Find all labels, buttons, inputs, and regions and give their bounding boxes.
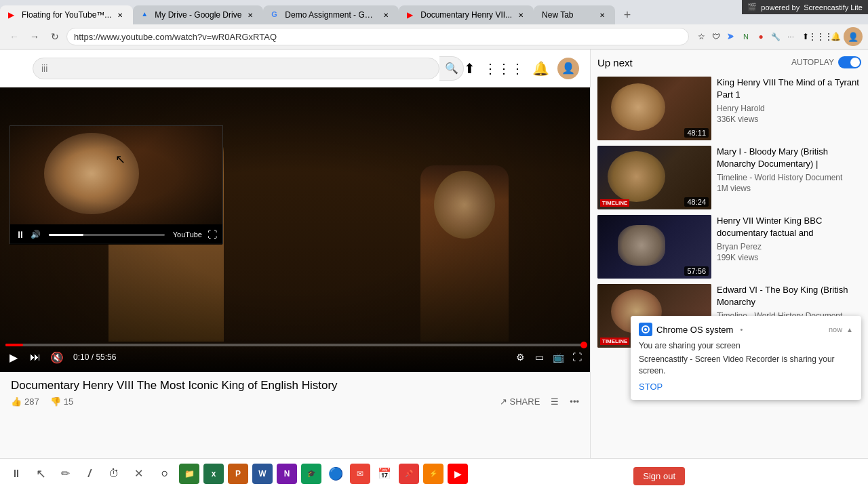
tab-documentary[interactable]: ▶ Documentary Henry VII... ✕ (399, 5, 534, 24)
yt-apps-icon[interactable]: ⋮⋮⋮ (484, 60, 524, 77)
play-button[interactable]: ▶ (5, 349, 22, 365)
settings-button[interactable]: ⚙ (513, 350, 528, 365)
nav-bar: ← → ↻ https://www.youtube.com/watch?v=wR… (0, 24, 868, 49)
taskbar-search-icon[interactable]: ○ (155, 464, 175, 484)
sc-brand-label: Screencastify Lite (804, 3, 863, 12)
profile-avatar[interactable]: 👤 (844, 27, 863, 46)
cast-button[interactable]: 📺 (551, 350, 566, 365)
tab-close-3[interactable]: ✕ (381, 10, 391, 20)
address-bar[interactable]: https://www.youtube.com/watch?v=wR0ARGxR… (66, 28, 689, 45)
tab-floating-youtube[interactable]: ▶ Floating for YouTube™... ✕ (0, 5, 133, 24)
toolbar-brush-button[interactable]: / (79, 463, 100, 485)
video-thumb-1: 48:11 (597, 77, 711, 140)
mini-progress-fill (49, 234, 83, 236)
taskbar-files-icon[interactable]: 📁 (179, 464, 199, 484)
notif-time: now (829, 325, 842, 333)
tab-new-tab[interactable]: New Tab ✕ (534, 5, 615, 24)
extension-icon-4[interactable]: 🔧 (769, 30, 783, 43)
notif-chevron-icon[interactable]: ▲ (846, 326, 853, 333)
dislike-button[interactable]: 👎 15 (50, 396, 73, 407)
taskbar-word-icon[interactable]: W (252, 464, 273, 484)
taskbar-youtube-icon[interactable]: ▶ (448, 464, 468, 484)
video-player[interactable]: ⏸ 🔊 YouTube ⛶ ↖ (0, 87, 590, 372)
reload-button[interactable]: ↻ (46, 28, 64, 45)
taskbar-classroom-icon[interactable]: 🎓 (301, 464, 321, 484)
taskbar-calendar-icon[interactable]: 📅 (374, 464, 395, 484)
autoplay-switch[interactable] (838, 56, 861, 68)
notif-stop-button[interactable]: STOP (639, 381, 663, 393)
video-card-title-1: King Henry VIII The Mind of a Tyrant Par… (717, 77, 861, 101)
mini-player[interactable]: ⏸ 🔊 YouTube ⛶ (9, 125, 223, 244)
search-button[interactable]: 🔍 (439, 56, 464, 81)
taskbar-mail-icon[interactable]: ✉ (350, 464, 370, 484)
mini-pause-button[interactable]: ⏸ (16, 229, 25, 240)
tab-demo-assignment[interactable]: G Demo Assignment - Goo... ✕ (263, 5, 399, 24)
taskbar-powerpoint-icon[interactable]: P (228, 464, 248, 484)
theater-button[interactable]: ▭ (532, 350, 547, 365)
share-label: SHARE (510, 396, 540, 407)
toolbar-timer-button[interactable]: ⏱ (103, 463, 125, 485)
taskbar-custom1-icon[interactable]: 📌 (399, 464, 419, 484)
extension-icon-1[interactable]: ⮞ (724, 30, 738, 43)
tab-close-1[interactable]: ✕ (115, 10, 125, 20)
sc-powered-label: powered by (761, 3, 800, 12)
notifications-icon[interactable]: 🔔 (829, 30, 842, 43)
sidebar: Up next AUTOPLAY 48:11 King Henry VIII T… (590, 49, 868, 488)
yt-bell-icon[interactable]: 🔔 (532, 60, 549, 77)
video-card-3[interactable]: 57:56 Henry VII Winter King BBC document… (597, 215, 861, 279)
bookmark-icon[interactable]: ☆ (694, 30, 708, 43)
video-frame: ⏸ 🔊 YouTube ⛶ ↖ (0, 87, 590, 372)
extension-icon-3[interactable]: ● (754, 30, 768, 43)
tab-google-drive[interactable]: ▲ My Drive - Google Drive ✕ (133, 5, 263, 24)
mute-button[interactable]: 🔇 (49, 349, 65, 365)
search-input[interactable] (41, 63, 431, 74)
video-card-views-3: 199K views (717, 253, 861, 262)
toolbar-pen-button[interactable]: ✏ (54, 463, 76, 485)
notification-popup: Chrome OS system • now ▲ You are sharing… (631, 316, 861, 400)
like-button[interactable]: 👍 287 (11, 396, 39, 407)
more-actions-button[interactable]: ••• (570, 396, 579, 407)
video-meta-3: Henry VII Winter King BBC documentary fa… (717, 215, 861, 279)
video-progress-bar[interactable] (5, 344, 585, 346)
apps-icon[interactable]: ⋮⋮⋮ (814, 30, 827, 43)
mini-progress-bar[interactable] (49, 234, 165, 236)
fullscreen-button[interactable]: ⛶ (570, 350, 585, 365)
extension-icon-2[interactable]: N (739, 30, 753, 43)
shield-icon[interactable]: 🛡 (709, 30, 723, 43)
action-separator: ↗ SHARE ☰ ••• (500, 396, 579, 407)
next-button[interactable]: ⏭ (27, 349, 43, 365)
controls-right: ⚙ ▭ 📺 ⛶ (513, 350, 585, 365)
video-area: 🔍 ⬆ ⋮⋮⋮ 🔔 👤 (0, 49, 590, 488)
share-button[interactable]: ↗ SHARE (500, 396, 540, 407)
toolbar-cursor-button[interactable]: ↖ (30, 463, 52, 485)
sign-out-button[interactable]: Sign out (633, 467, 685, 485)
forward-button[interactable]: → (26, 28, 43, 45)
add-to-queue-button[interactable]: ☰ (551, 396, 559, 407)
video-card-channel-3: Bryan Perez (717, 242, 861, 251)
video-thumb-3: 57:56 (597, 215, 711, 279)
mini-player-content (10, 126, 222, 224)
taskbar-custom2-icon[interactable]: ⚡ (423, 464, 443, 484)
video-duration-2: 48:24 (684, 197, 709, 207)
back-button[interactable]: ← (5, 28, 23, 45)
taskbar-chrome-icon[interactable]: 🔵 (326, 464, 346, 484)
mini-youtube-label: YouTube (173, 230, 202, 239)
queue-icon: ☰ (551, 396, 559, 407)
tab-close-5[interactable]: ✕ (597, 10, 607, 20)
tab-favicon-4: ▶ (407, 10, 416, 20)
video-card-2[interactable]: 48:24 TIMELINE Mary I - Bloody Mary (Bri… (597, 146, 861, 209)
mini-fullscreen-button[interactable]: ⛶ (208, 229, 217, 240)
taskbar-excel-icon[interactable]: x (203, 464, 224, 484)
mini-volume-icon[interactable]: 🔊 (31, 230, 41, 239)
taskbar-onenote-icon[interactable]: N (277, 464, 297, 484)
tab-close-2[interactable]: ✕ (245, 10, 255, 20)
yt-avatar[interactable]: 👤 (557, 58, 579, 79)
tab-close-4[interactable]: ✕ (516, 10, 526, 20)
autoplay-toggle[interactable]: AUTOPLAY (791, 56, 861, 68)
toolbar-close-button[interactable]: ✕ (127, 463, 149, 485)
yt-upload-icon[interactable]: ⬆ (464, 60, 475, 77)
extension-icon-5[interactable]: ··· (784, 30, 797, 43)
new-tab-button[interactable]: + (618, 5, 637, 24)
video-card-1[interactable]: 48:11 King Henry VIII The Mind of a Tyra… (597, 77, 861, 140)
toolbar-pause-button[interactable]: ⏸ (5, 463, 27, 485)
